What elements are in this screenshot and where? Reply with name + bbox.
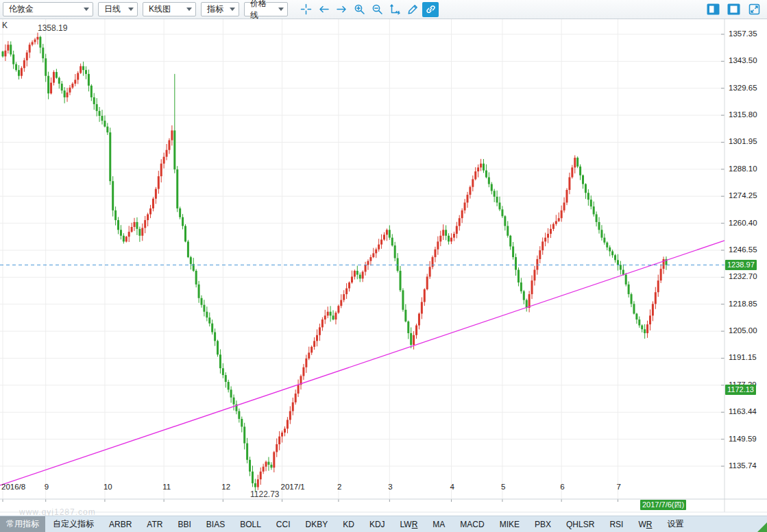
indicator-tab-atr[interactable]: ATR <box>139 516 170 532</box>
candle-body <box>152 199 154 208</box>
price-axis-label: 1149.59 <box>729 435 757 443</box>
layout-pane-left-icon[interactable] <box>705 2 721 17</box>
candle-body <box>596 215 598 222</box>
axis-scale-icon[interactable] <box>387 2 403 17</box>
indicator-tab-mike[interactable]: MIKE <box>492 516 527 532</box>
candle-body <box>334 313 337 319</box>
indicator-tab-common-indicators[interactable]: 常用指标 <box>0 516 45 532</box>
candle-body <box>448 236 450 242</box>
price-axis-label: 1246.55 <box>729 245 757 254</box>
candle-body <box>644 329 646 333</box>
indicator-tab-rsi[interactable]: RSI <box>602 516 631 532</box>
last-price-badge: 1238.97 <box>725 260 757 270</box>
indicator-tab-boll[interactable]: BOLL <box>232 516 269 532</box>
candle-body <box>289 411 291 420</box>
candle-body <box>509 236 511 247</box>
arrow-left-icon[interactable] <box>315 2 332 17</box>
candle-body <box>308 352 310 359</box>
indicator-tab-label: WR <box>638 520 652 529</box>
candle-body <box>53 72 55 83</box>
candle-body <box>257 479 259 487</box>
candle-body <box>219 354 221 368</box>
zoom-in-icon[interactable] <box>351 2 367 17</box>
candle-body <box>541 241 544 250</box>
candle-body <box>106 127 108 133</box>
candle-body <box>104 121 106 127</box>
candle-body <box>625 275 627 285</box>
candle-body <box>429 267 431 276</box>
indicator-tab-wR[interactable]: WR <box>631 516 659 532</box>
indicator-tab-ma[interactable]: MA <box>425 516 452 532</box>
chevron-down-icon <box>186 8 192 11</box>
price-axis-label: 1315.80 <box>729 110 757 119</box>
zoom-out-icon[interactable] <box>369 2 385 17</box>
indicator-tab-label: RSI <box>609 520 623 529</box>
candle-body <box>555 221 557 223</box>
candle-body <box>445 230 447 236</box>
candle-body <box>568 178 570 190</box>
candle-body <box>614 255 616 260</box>
chevron-down-icon <box>128 8 134 11</box>
candle-body <box>85 70 87 74</box>
arrow-right-icon[interactable] <box>333 2 350 17</box>
indicator-tab-qhlsr[interactable]: QHLSR <box>559 516 602 532</box>
indicator-tab-label: MACD <box>460 520 484 529</box>
indicator-bar: 常用指标自定义指标ARBRATRBBIBIASBOLLCCIDKBYKDKDJL… <box>0 516 767 532</box>
kline-chart[interactable]: K 1358.19 1122.73 1357.351343.501329.651… <box>0 19 767 516</box>
candle-body <box>203 305 205 312</box>
crosshair-icon[interactable] <box>297 2 314 17</box>
resize-grip[interactable] <box>757 522 767 532</box>
indicator-select[interactable]: 指标 <box>201 2 239 16</box>
candle-body <box>488 178 490 184</box>
candle-body <box>367 261 369 265</box>
candle-body <box>330 312 332 316</box>
candle-body <box>147 215 149 221</box>
symbol-select[interactable]: 伦敦金 <box>3 2 93 16</box>
candle-body <box>628 285 630 294</box>
candle-body <box>214 332 216 341</box>
candle-body <box>90 86 93 97</box>
indicator-tab-arbr[interactable]: ARBR <box>101 516 139 532</box>
date-axis-label: 7 <box>616 483 620 491</box>
date-axis-label: 10 <box>104 483 112 491</box>
indicator-tab-dkby[interactable]: DKBY <box>298 516 336 532</box>
indicator-tab-macd[interactable]: MACD <box>452 516 491 532</box>
indicator-tab-settings[interactable]: 设置 <box>659 516 691 532</box>
indicator-tab-bias[interactable]: BIAS <box>199 516 232 532</box>
indicator-tab-label: KDJ <box>369 520 385 529</box>
indicator-tab-kd[interactable]: KD <box>335 516 362 532</box>
indicator-tab-pbx[interactable]: PBX <box>527 516 559 532</box>
indicator-tab-kdj[interactable]: KDJ <box>362 516 393 532</box>
layout-pane-full-icon[interactable] <box>725 2 742 17</box>
candle-body <box>160 164 162 176</box>
candlestick-plot <box>0 19 767 516</box>
price-axis-label: 1163.44 <box>729 407 757 415</box>
candle-body <box>585 184 587 193</box>
chart-type-select[interactable]: K线图 <box>143 2 196 16</box>
indicator-tab-custom-indicators[interactable]: 自定义指标 <box>45 516 101 532</box>
price-line-select[interactable]: 价格线 <box>244 2 288 16</box>
candle-body <box>593 206 595 214</box>
candle-body <box>2 51 4 56</box>
price-line-select-label: 价格线 <box>250 0 274 21</box>
pencil-icon[interactable] <box>404 2 421 17</box>
candle-body <box>15 64 17 71</box>
candle-body <box>652 304 654 315</box>
link-icon[interactable] <box>422 2 439 17</box>
expand-icon[interactable] <box>746 2 762 17</box>
candle-body <box>343 294 345 300</box>
candle-body <box>453 234 455 238</box>
candle-body <box>579 167 581 176</box>
date-axis-label: 2 <box>337 483 341 491</box>
candle-body <box>635 314 637 320</box>
period-select-label: 日线 <box>104 3 121 15</box>
candle-body <box>504 216 506 226</box>
date-axis-label: 11 <box>162 483 171 491</box>
period-select[interactable]: 日线 <box>98 2 138 16</box>
indicator-tab-cci[interactable]: CCI <box>269 516 298 532</box>
indicator-tab-lwR[interactable]: LWR <box>393 516 426 532</box>
price-axis-label: 1288.10 <box>729 165 757 173</box>
indicator-tab-label: MIKE <box>500 520 520 529</box>
candle-body <box>437 241 439 249</box>
indicator-tab-bbi[interactable]: BBI <box>170 516 198 532</box>
